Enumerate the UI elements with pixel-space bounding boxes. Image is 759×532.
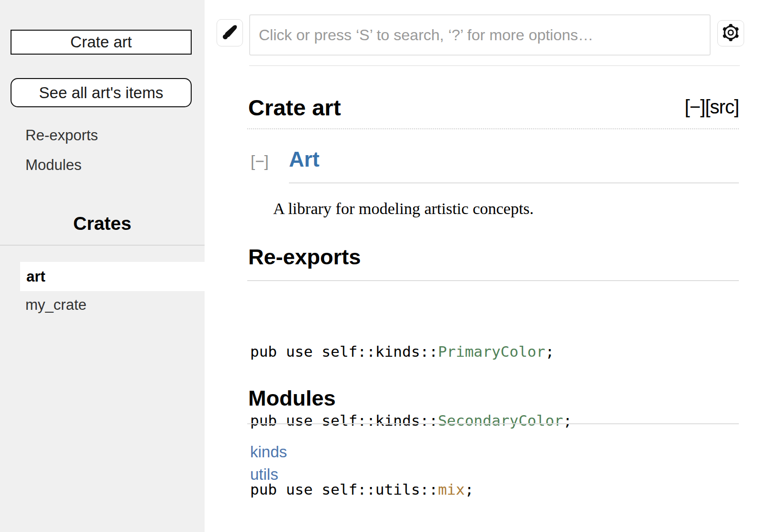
reexports-code-block: pub use self::kinds::PrimaryColor; pub u… xyxy=(250,294,572,532)
sidebar-crate-art[interactable]: art xyxy=(20,268,46,285)
code-text: pub use self::utils:: xyxy=(250,481,438,498)
sidebar-crate-title[interactable]: Crate art xyxy=(11,30,192,55)
sidebar: Crate art See all art's items Re-exports… xyxy=(0,0,205,532)
search-input[interactable] xyxy=(249,14,711,56)
section-collapse-toggle[interactable]: [−] xyxy=(251,152,269,170)
reexport-link-primarycolor[interactable]: PrimaryColor xyxy=(438,343,545,360)
heading-dotted-divider xyxy=(247,128,739,129)
theme-picker-button[interactable] xyxy=(217,19,243,46)
sidebar-crate-current[interactable]: art xyxy=(20,262,205,291)
sidebar-crate-my-crate[interactable]: my_crate xyxy=(25,296,86,314)
art-section-divider xyxy=(289,182,739,183)
reexport-line: pub use self::kinds::SecondaryColor; xyxy=(250,409,572,432)
out-of-band: [−][src] xyxy=(685,96,739,118)
code-text: ; xyxy=(465,481,474,498)
modules-divider xyxy=(247,423,739,424)
reexport-link-mix[interactable]: mix xyxy=(438,481,465,498)
gear-icon xyxy=(721,23,741,44)
collapse-all-toggle[interactable]: [−] xyxy=(685,96,705,117)
sidebar-item-reexports[interactable]: Re-exports xyxy=(25,127,98,144)
code-text: pub use self::kinds:: xyxy=(250,343,438,360)
art-section-title-link[interactable]: Art xyxy=(289,147,320,171)
code-text: ; xyxy=(545,343,554,360)
settings-button[interactable] xyxy=(717,20,744,46)
toolbar-divider xyxy=(249,65,740,66)
reexport-link-secondarycolor[interactable]: SecondaryColor xyxy=(438,412,563,429)
rustdoc-page: Crate art See all art's items Re-exports… xyxy=(0,0,759,532)
sidebar-divider xyxy=(0,245,205,246)
modules-heading: Modules xyxy=(248,386,336,411)
see-all-items-button[interactable]: See all art's items xyxy=(11,78,192,107)
module-link-utils[interactable]: utils xyxy=(250,465,278,484)
page-title-crate-link[interactable]: art xyxy=(312,95,341,120)
reexports-divider xyxy=(247,280,739,281)
src-link[interactable]: [src] xyxy=(705,96,739,117)
page-title: Crate art xyxy=(248,94,739,121)
paintbrush-icon xyxy=(221,23,239,43)
reexports-heading: Re-exports xyxy=(248,245,361,270)
reexport-line: pub use self::kinds::PrimaryColor; xyxy=(250,340,572,363)
module-link-kinds[interactable]: kinds xyxy=(250,443,287,461)
sidebar-item-modules[interactable]: Modules xyxy=(25,157,81,174)
reexport-line: pub use self::utils::mix; xyxy=(250,478,572,501)
code-text: pub use self::kinds:: xyxy=(250,412,438,429)
crate-description: A library for modeling artistic concepts… xyxy=(273,200,534,218)
page-title-prefix: Crate xyxy=(248,95,312,120)
code-text: ; xyxy=(563,412,572,429)
sidebar-crates-heading: Crates xyxy=(0,213,205,234)
